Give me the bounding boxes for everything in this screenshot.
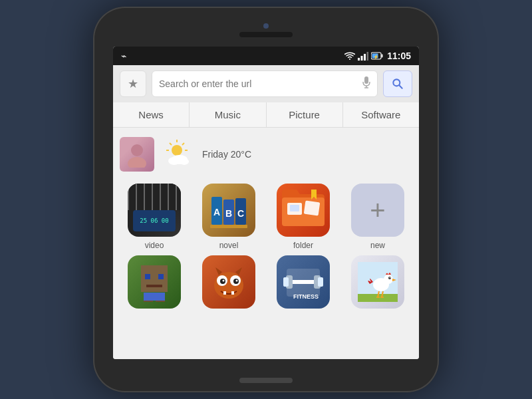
svg-text:⚡: ⚡	[373, 54, 379, 60]
app-video[interactable]: 25 06 00 video	[120, 184, 189, 250]
search-input-wrapper[interactable]	[152, 70, 378, 97]
svg-rect-39	[146, 285, 162, 287]
status-right-area: ⚡ 11:05	[344, 51, 411, 61]
svg-rect-38	[158, 274, 164, 279]
app-video-label: video	[145, 241, 164, 250]
tabs-row: News Music Picture Software	[113, 102, 419, 128]
monster-icon	[202, 255, 255, 309]
bookmark-button[interactable]: ★	[120, 70, 146, 97]
search-glass-icon	[391, 77, 404, 90]
weather-row: Friday 20°C	[120, 134, 412, 174]
weather-date: Friday 20°C	[202, 149, 251, 160]
phone-device: ⌁	[93, 7, 439, 392]
search-input[interactable]	[159, 78, 357, 89]
svg-rect-3	[367, 52, 369, 61]
svg-rect-35	[304, 201, 321, 216]
svg-line-20	[170, 143, 172, 145]
svg-text:A: A	[213, 207, 220, 217]
signal-icon	[358, 52, 368, 61]
svg-point-13	[131, 144, 143, 156]
app-folder[interactable]: folder	[269, 184, 338, 250]
svg-rect-58	[283, 277, 289, 287]
app-fitness[interactable]: FITNESS	[269, 255, 338, 313]
new-icon: +	[351, 184, 404, 237]
svg-rect-8	[364, 76, 368, 84]
svg-rect-42	[156, 301, 165, 302]
home-button[interactable]	[239, 378, 293, 383]
svg-rect-55	[289, 280, 318, 284]
time-display: 11:05	[387, 51, 411, 61]
bird-icon	[351, 255, 404, 309]
status-left-icons: ⌁	[121, 51, 126, 61]
app-minecraft[interactable]	[120, 255, 189, 313]
svg-point-64	[384, 275, 393, 284]
status-bar: ⌁	[113, 47, 419, 65]
fitness-icon: FITNESS	[277, 255, 330, 309]
svg-line-21	[182, 143, 184, 145]
svg-point-24	[180, 158, 189, 165]
svg-text:B: B	[225, 208, 232, 219]
clapboard-display: 25 06 00	[133, 210, 176, 231]
app-folder-label: folder	[293, 241, 313, 250]
star-icon: ★	[128, 76, 138, 91]
search-go-button[interactable]	[383, 70, 412, 97]
apps-grid: 25 06 00 video A B	[120, 184, 412, 313]
svg-point-23	[168, 157, 180, 165]
wifi-icon	[344, 52, 355, 61]
svg-rect-34	[290, 205, 299, 211]
tab-music[interactable]: Music	[190, 102, 266, 127]
svg-rect-1	[361, 56, 363, 61]
app-novel[interactable]: A B C novel	[194, 184, 263, 250]
app-novel-label: novel	[219, 241, 239, 250]
microphone-icon[interactable]	[362, 76, 370, 91]
tab-news[interactable]: News	[113, 102, 190, 127]
svg-point-14	[128, 157, 146, 168]
svg-point-49	[236, 280, 238, 282]
svg-rect-2	[364, 54, 366, 61]
svg-point-15	[172, 145, 182, 156]
svg-rect-59	[318, 277, 323, 287]
minecraft-icon	[128, 255, 181, 309]
svg-rect-40	[144, 293, 165, 301]
svg-text:FITNESS: FITNESS	[293, 293, 319, 300]
tab-picture[interactable]: Picture	[267, 102, 343, 127]
svg-rect-52	[223, 291, 226, 295]
app-bird[interactable]	[343, 255, 412, 313]
phone-top-bar	[93, 7, 439, 47]
app-new-label: new	[370, 241, 385, 250]
plus-icon: +	[370, 197, 385, 223]
svg-rect-0	[358, 58, 360, 61]
svg-rect-41	[144, 301, 153, 302]
folder-icon	[277, 184, 330, 237]
usb-icon: ⌁	[121, 51, 126, 61]
svg-rect-53	[231, 291, 234, 295]
svg-point-67	[390, 277, 391, 279]
search-bar-row: ★	[113, 65, 419, 102]
svg-point-48	[223, 280, 225, 282]
svg-rect-5	[382, 55, 383, 58]
svg-rect-31	[210, 225, 247, 228]
phone-screen: ⌁	[113, 47, 419, 359]
svg-line-12	[399, 85, 402, 88]
camera-dot	[263, 23, 269, 29]
svg-text:C: C	[237, 208, 244, 219]
novel-icon: A B C	[202, 184, 255, 237]
app-monster[interactable]	[194, 255, 263, 313]
weather-icon	[161, 137, 196, 172]
svg-rect-37	[145, 274, 150, 279]
user-avatar	[120, 137, 154, 172]
tab-software[interactable]: Software	[343, 102, 419, 127]
content-area: Friday 20°C 25 06 00 video	[113, 128, 419, 359]
speaker-grille	[239, 32, 293, 37]
video-icon: 25 06 00	[128, 184, 181, 237]
app-new[interactable]: + new	[343, 184, 412, 250]
battery-icon: ⚡	[371, 52, 383, 60]
